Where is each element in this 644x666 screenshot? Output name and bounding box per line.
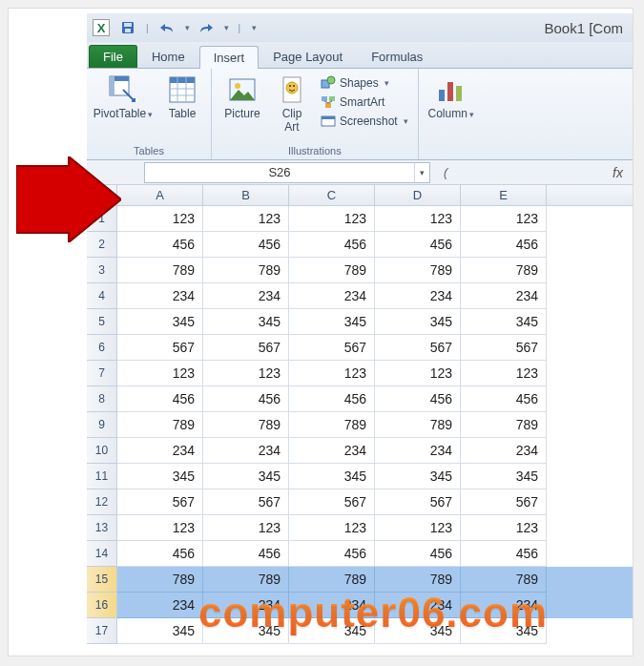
cell[interactable]: 123 <box>375 206 461 232</box>
cell[interactable]: 123 <box>461 515 547 541</box>
cell[interactable]: 234 <box>203 283 289 309</box>
row-header[interactable]: 14 <box>87 541 117 567</box>
cell[interactable]: 234 <box>203 438 289 464</box>
save-button[interactable] <box>119 19 136 36</box>
undo-dropdown-icon[interactable]: ▾ <box>185 23 190 32</box>
cell[interactable]: 123 <box>203 361 289 386</box>
cell[interactable]: 345 <box>375 309 461 335</box>
cell[interactable]: 345 <box>461 618 547 644</box>
cell[interactable]: 567 <box>461 489 547 515</box>
cell[interactable]: 789 <box>289 412 375 438</box>
cell[interactable]: 345 <box>203 618 289 644</box>
tab-insert[interactable]: Insert <box>199 46 260 69</box>
redo-button[interactable] <box>197 19 215 36</box>
cell[interactable]: 234 <box>117 283 203 309</box>
cell[interactable]: 789 <box>117 567 203 593</box>
tab-formulas[interactable]: Formulas <box>357 45 437 68</box>
cell[interactable]: 456 <box>117 386 203 412</box>
cell[interactable]: 234 <box>289 438 375 464</box>
cell[interactable]: 567 <box>117 335 203 361</box>
cell[interactable]: 234 <box>375 593 461 618</box>
column-header[interactable]: C <box>289 185 375 205</box>
tab-home[interactable]: Home <box>137 45 199 68</box>
cell[interactable]: 345 <box>203 464 289 489</box>
cell[interactable]: 345 <box>461 309 547 335</box>
cell[interactable]: 345 <box>117 309 203 335</box>
cell[interactable]: 789 <box>461 258 547 283</box>
cell[interactable]: 123 <box>289 361 375 386</box>
cell[interactable]: 456 <box>375 232 461 258</box>
clipart-button[interactable]: Clip Art <box>273 71 311 134</box>
cell[interactable]: 345 <box>289 464 375 489</box>
cell[interactable]: 789 <box>289 258 375 283</box>
cell[interactable]: 456 <box>289 232 375 258</box>
cell[interactable]: 789 <box>117 258 203 283</box>
cell[interactable]: 789 <box>461 567 547 593</box>
column-header[interactable]: A <box>117 185 203 205</box>
cell[interactable]: 456 <box>375 386 461 412</box>
cell[interactable]: 123 <box>203 515 289 541</box>
cell[interactable]: 789 <box>289 567 375 593</box>
row-header[interactable]: 7 <box>87 361 117 386</box>
cell[interactable]: 345 <box>289 309 375 335</box>
cell[interactable]: 789 <box>375 412 461 438</box>
name-box-dropdown-icon[interactable]: ▾ <box>414 163 429 182</box>
fx-icon[interactable]: ( <box>444 165 447 179</box>
cell[interactable]: 456 <box>461 386 547 412</box>
table-button[interactable]: Table <box>159 71 205 120</box>
cell[interactable]: 567 <box>375 489 461 515</box>
cell[interactable]: 234 <box>117 438 203 464</box>
cell[interactable]: 123 <box>375 515 461 541</box>
cell[interactable]: 234 <box>375 438 461 464</box>
cell[interactable]: 123 <box>289 206 375 232</box>
cell[interactable]: 123 <box>461 206 547 232</box>
cell[interactable]: 234 <box>117 593 203 618</box>
row-header[interactable]: 6 <box>87 335 117 361</box>
column-chart-button[interactable]: Column▾ <box>425 71 478 120</box>
cell[interactable]: 567 <box>203 335 289 361</box>
cell[interactable]: 789 <box>203 567 289 593</box>
screenshot-button[interactable]: Screenshot▾ <box>317 113 412 130</box>
cell[interactable]: 789 <box>375 258 461 283</box>
cell[interactable]: 234 <box>289 593 375 618</box>
cell[interactable]: 456 <box>289 386 375 412</box>
row-header[interactable]: 12 <box>87 489 117 515</box>
cell[interactable]: 456 <box>289 541 375 567</box>
column-header[interactable]: D <box>375 185 461 205</box>
pivottable-button[interactable]: PivotTable▾ <box>93 71 154 120</box>
cell[interactable]: 456 <box>117 541 203 567</box>
cell[interactable]: 345 <box>375 464 461 489</box>
row-header[interactable]: 15 <box>87 567 117 593</box>
cell[interactable]: 123 <box>117 206 203 232</box>
row-header[interactable]: 10 <box>87 438 117 464</box>
row-header[interactable]: 13 <box>87 515 117 541</box>
row-header[interactable]: 3 <box>87 258 117 283</box>
cell[interactable]: 345 <box>461 464 547 489</box>
row-header[interactable]: 4 <box>87 283 117 309</box>
row-header[interactable]: 16 <box>87 593 117 618</box>
cell[interactable]: 567 <box>203 489 289 515</box>
cell[interactable]: 345 <box>117 464 203 489</box>
tab-page-layout[interactable]: Page Layout <box>259 45 357 68</box>
cell[interactable]: 234 <box>289 283 375 309</box>
cell[interactable]: 567 <box>289 335 375 361</box>
cell[interactable]: 567 <box>461 335 547 361</box>
cell[interactable]: 123 <box>117 361 203 386</box>
cell[interactable]: 234 <box>203 593 289 618</box>
cell[interactable]: 567 <box>117 489 203 515</box>
cell[interactable]: 345 <box>289 618 375 644</box>
app-icon[interactable]: X <box>93 19 110 36</box>
undo-button[interactable] <box>158 19 176 36</box>
cell[interactable]: 234 <box>461 438 547 464</box>
cell[interactable]: 456 <box>117 232 203 258</box>
cell[interactable]: 345 <box>117 618 203 644</box>
cell[interactable]: 345 <box>203 309 289 335</box>
cell[interactable]: 234 <box>375 283 461 309</box>
cell[interactable]: 123 <box>203 206 289 232</box>
cell[interactable]: 234 <box>461 593 547 618</box>
qat-customize-icon[interactable]: ▾ <box>252 23 257 32</box>
row-header[interactable]: 11 <box>87 464 117 489</box>
cell[interactable]: 789 <box>203 412 289 438</box>
cell[interactable]: 456 <box>203 232 289 258</box>
cell[interactable]: 456 <box>203 386 289 412</box>
